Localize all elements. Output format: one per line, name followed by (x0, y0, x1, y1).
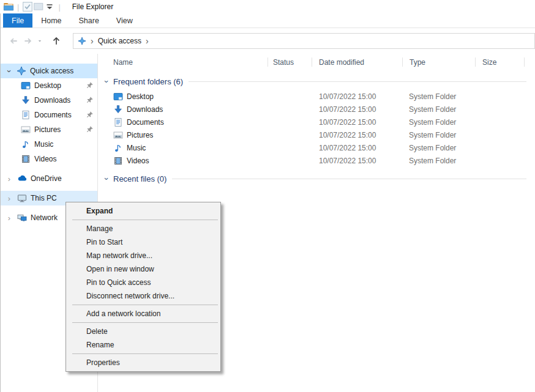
menu-item-properties[interactable]: Properties (66, 356, 220, 369)
column-headers: Name Status Date modified Type Size (98, 54, 535, 70)
column-header-date-modified[interactable]: Date modified (312, 54, 403, 70)
file-date-modified: 10/07/2022 15:00 (312, 103, 403, 116)
breadcrumb-chevron-icon[interactable]: › (91, 37, 94, 45)
sidebar-item-label: Network (31, 213, 58, 222)
sidebar-item-onedrive[interactable]: › OneDrive (0, 171, 97, 186)
downloads-icon (21, 95, 31, 105)
recent-locations-dropdown[interactable] (36, 34, 44, 48)
sidebar-item-label: Music (34, 140, 53, 149)
file-status (268, 103, 312, 116)
desktop-icon (21, 81, 31, 91)
column-header-type[interactable]: Type (403, 54, 476, 70)
chevron-down-icon[interactable]: › (103, 175, 111, 182)
pin-icon[interactable] (86, 111, 93, 119)
menu-item-pin-to-start[interactable]: Pin to Start (66, 235, 220, 249)
file-row-desktop[interactable]: Desktop 10/07/2022 15:00 System Folder (98, 90, 535, 103)
column-header-size[interactable]: Size (476, 54, 525, 70)
address-bar[interactable]: › Quick access › (73, 33, 535, 49)
videos-icon (21, 154, 31, 164)
qat-customize-button[interactable] (44, 1, 55, 12)
file-size (476, 154, 525, 167)
tab-file[interactable]: File (3, 13, 32, 28)
sidebar-item-pictures[interactable]: Pictures (0, 122, 97, 137)
menu-item-expand[interactable]: Expand (66, 204, 220, 218)
menu-item-open-in-new-window[interactable]: Open in new window (66, 262, 220, 276)
menu-item-delete[interactable]: Delete (66, 325, 220, 338)
sidebar-item-quick-access[interactable]: › Quick access (0, 64, 97, 78)
column-header-status[interactable]: Status (268, 54, 312, 70)
sidebar-item-label: Desktop (34, 81, 61, 90)
file-name: Documents (127, 118, 164, 127)
titlebar-separator: | (17, 2, 19, 12)
pin-icon[interactable] (86, 97, 93, 104)
sidebar-item-desktop[interactable]: Desktop (0, 78, 97, 93)
up-button[interactable] (49, 34, 64, 48)
file-type: System Folder (403, 103, 476, 116)
window-title: File Explorer (72, 2, 113, 11)
pin-icon[interactable] (86, 82, 93, 89)
chevron-down-icon[interactable]: › (103, 78, 111, 85)
chevron-right-icon[interactable]: › (6, 175, 13, 183)
menu-item-manage[interactable]: Manage (66, 222, 220, 235)
group-header-rule (172, 179, 526, 179)
sidebar-item-music[interactable]: Music (0, 137, 97, 152)
file-row-downloads[interactable]: Downloads 10/07/2022 15:00 System Folder (98, 103, 535, 116)
menu-separator (72, 353, 218, 354)
chevron-right-icon[interactable]: › (6, 214, 13, 222)
file-row-documents[interactable]: Documents 10/07/2022 15:00 System Folder (98, 116, 535, 128)
menu-item-add-a-network-location[interactable]: Add a network location (66, 307, 220, 320)
sidebar-item-downloads[interactable]: Downloads (0, 93, 97, 108)
file-explorer-logo-icon[interactable] (3, 1, 14, 12)
file-name: Pictures (127, 131, 153, 139)
tab-view[interactable]: View (108, 13, 141, 28)
file-date-modified: 10/07/2022 15:00 (312, 90, 403, 103)
group-header-recent-files[interactable]: › Recent files (0) (98, 172, 535, 185)
desktop-icon (113, 92, 123, 102)
frequent-folders-rows: Desktop 10/07/2022 15:00 System Folder D… (98, 90, 535, 167)
file-name: Music (127, 144, 146, 152)
chevron-right-icon[interactable]: › (6, 194, 13, 202)
sidebar-item-label: Videos (34, 155, 56, 163)
quick-access-star-icon (78, 37, 86, 45)
file-name: Downloads (127, 105, 163, 114)
menu-separator (72, 322, 218, 323)
file-row-pictures[interactable]: Pictures 10/07/2022 15:00 System Folder (98, 128, 535, 141)
pin-icon[interactable] (86, 126, 93, 133)
file-row-videos[interactable]: Videos 10/07/2022 15:00 System Folder (98, 154, 535, 167)
file-name: Desktop (127, 92, 154, 101)
menu-item-disconnect-network-drive[interactable]: Disconnect network drive... (66, 289, 220, 303)
group-header-frequent-folders[interactable]: › Frequent folders (6) (98, 75, 535, 87)
documents-icon (113, 117, 123, 127)
chevron-down-icon[interactable]: › (6, 67, 13, 75)
sidebar-item-videos[interactable]: Videos (0, 152, 97, 166)
file-type: System Folder (403, 90, 476, 103)
title-bar[interactable]: | | File Explorer (0, 0, 535, 13)
back-button[interactable] (6, 34, 21, 48)
column-header-name[interactable]: Name (98, 54, 268, 70)
file-size (476, 90, 525, 103)
menu-item-map-network-drive[interactable]: Map network drive... (66, 249, 220, 262)
tab-home[interactable]: Home (32, 13, 70, 28)
qat-properties-button[interactable] (22, 1, 33, 12)
tab-share[interactable]: Share (70, 13, 108, 28)
sidebar-item-label: Downloads (34, 96, 70, 105)
window-border (0, 13, 1, 392)
file-type: System Folder (403, 141, 476, 154)
file-status (268, 141, 312, 154)
sidebar-item-documents[interactable]: Documents (0, 108, 97, 122)
forward-button[interactable] (21, 34, 36, 48)
documents-icon (21, 110, 31, 120)
pictures-icon (21, 125, 31, 135)
file-row-music[interactable]: Music 10/07/2022 15:00 System Folder (98, 141, 535, 154)
menu-item-pin-to-quick-access[interactable]: Pin to Quick access (66, 276, 220, 289)
this-pc-monitor-icon (17, 193, 27, 203)
breadcrumb-chevron-icon[interactable]: › (146, 37, 149, 45)
music-icon (113, 143, 123, 153)
file-status (268, 128, 312, 141)
breadcrumb-location[interactable]: Quick access (98, 37, 141, 45)
qat-new-folder-button[interactable] (33, 1, 44, 12)
file-explorer-window: | | File Explorer File Home Share View ›… (0, 0, 535, 392)
menu-item-rename[interactable]: Rename (66, 338, 220, 352)
file-status (268, 90, 312, 103)
file-size (476, 128, 525, 141)
